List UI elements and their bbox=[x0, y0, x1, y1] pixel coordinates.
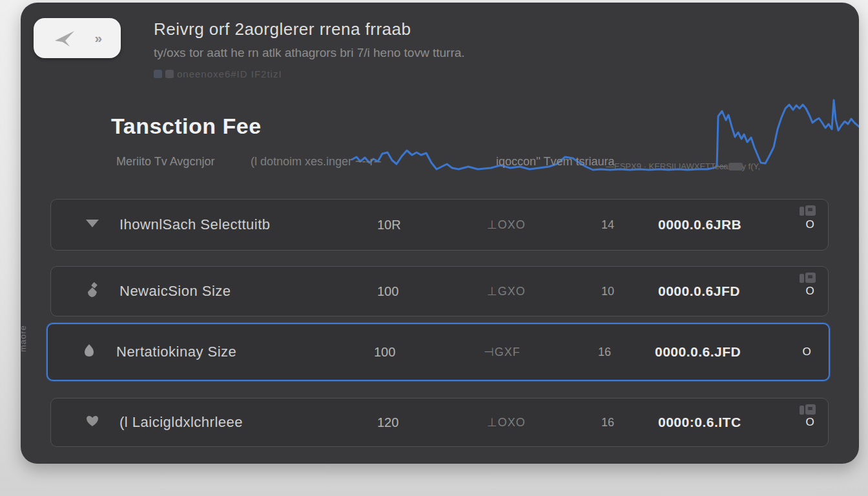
send-arrow-icon bbox=[54, 28, 76, 48]
window-subtitle: ty/oxs tor aatt he rn atlk athagrors bri… bbox=[154, 46, 465, 60]
pen-nib-icon bbox=[83, 282, 101, 301]
row-value: 120 bbox=[377, 415, 429, 430]
save-card-icon[interactable] bbox=[800, 205, 816, 216]
save-card-icon[interactable] bbox=[800, 404, 816, 415]
subheader-col-3: iqoccon'' Tvem tsriaura bbox=[496, 155, 615, 169]
row-code: ⊥GXO bbox=[487, 284, 545, 298]
row-value: 100 bbox=[374, 345, 426, 360]
table-row[interactable]: NewaicSion Size 100 ⊥GXO 10 0000.0.6JFD … bbox=[50, 266, 829, 316]
app-panel: » Reivrg orf 2aorglerer rrena frraab ty/… bbox=[21, 3, 859, 464]
row-code: ⊣GXF bbox=[484, 345, 542, 359]
row-count: 16 bbox=[601, 416, 627, 429]
meta-text: oneenoxe6#ID IF2tizI bbox=[177, 68, 282, 79]
row-unit: O bbox=[800, 416, 820, 429]
row-amount: 0000.0.6.JFD bbox=[655, 344, 765, 360]
row-unit: O bbox=[797, 346, 816, 358]
row-count: 14 bbox=[601, 218, 627, 232]
meta-badge-icon bbox=[165, 70, 174, 78]
window-meta: oneenoxe6#ID IF2tizI bbox=[154, 68, 282, 79]
save-card-icon[interactable] bbox=[800, 273, 816, 283]
row-label: NewaicSion Size bbox=[119, 283, 231, 300]
page-title: Tansction Fee bbox=[111, 114, 262, 139]
row-amount: 0000.0.6JFD bbox=[658, 284, 768, 299]
heart-icon bbox=[83, 415, 101, 430]
subheader-col-2: (l dotnoim xes.inger ~--r-- bbox=[251, 155, 382, 169]
legend-chip-icon bbox=[728, 163, 743, 170]
row-code: ⊥OXO bbox=[487, 415, 545, 429]
row-value: 10R bbox=[377, 218, 429, 232]
row-value: 100 bbox=[377, 284, 429, 299]
row-count: 10 bbox=[601, 285, 627, 298]
triangle-down-icon bbox=[83, 218, 101, 232]
row-amount: 0000.0.6JRB bbox=[658, 217, 768, 232]
row-label: IhownlSach Selecttuitb bbox=[119, 216, 271, 233]
droplet-icon bbox=[80, 343, 98, 361]
table-row[interactable]: IhownlSach Selecttuitb 10R ⊥OXO 14 0000.… bbox=[50, 199, 829, 251]
meta-badge-icon bbox=[154, 70, 162, 78]
row-amount: 0000:0.6.ITC bbox=[658, 415, 768, 430]
row-label: Nertatiokinay Size bbox=[116, 344, 236, 360]
row-code: ⊥OXO bbox=[487, 218, 545, 232]
screen: » Reivrg orf 2aorglerer rrena frraab ty/… bbox=[0, 0, 868, 496]
table-row[interactable]: (l Laicigldxlchrleee 120 ⊥OXO 16 0000:0.… bbox=[50, 398, 829, 447]
side-vertical-label: maore bbox=[1, 342, 46, 352]
row-label: (l Laicigldxlchrleee bbox=[119, 414, 243, 431]
double-chevron-icon: » bbox=[94, 30, 101, 46]
window-title: Reivrg orf 2aorglerer rrena frraab bbox=[154, 19, 411, 39]
row-unit: O bbox=[800, 218, 820, 231]
back-button[interactable]: » bbox=[34, 18, 121, 58]
row-unit: O bbox=[800, 285, 820, 298]
table-row-selected[interactable]: Nertatiokinay Size 100 ⊣GXF 16 0000.0.6.… bbox=[46, 323, 830, 381]
row-count: 16 bbox=[598, 346, 624, 359]
subheader-col-1: Meriito Tv Avgcnjor bbox=[116, 155, 214, 169]
